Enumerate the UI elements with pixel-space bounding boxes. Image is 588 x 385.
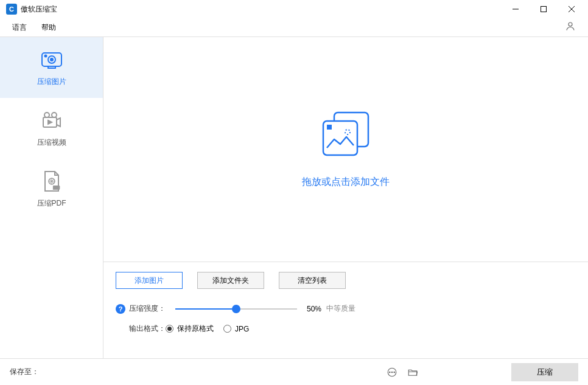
dropzone-hint: 拖放或点击添加文件: [302, 176, 390, 189]
save-to-label: 保存至：: [10, 367, 39, 377]
footer: 保存至： 压缩: [0, 358, 588, 385]
radio-keep-original[interactable]: 保持原格式: [166, 324, 214, 334]
output-label: 输出格式：: [129, 324, 166, 334]
strength-label: 压缩强度：: [129, 303, 166, 314]
svg-point-11: [52, 113, 57, 117]
svg-rect-9: [48, 66, 55, 68]
radio-label: JPG: [235, 325, 249, 333]
quality-label: 中等质量: [326, 303, 355, 314]
sidebar: 压缩图片 压缩视频 PDF 压缩PDF: [0, 37, 103, 358]
app-title: 傲软压缩宝: [21, 4, 502, 15]
menu-help[interactable]: 帮助: [34, 20, 63, 35]
more-icon[interactable]: [385, 365, 399, 380]
svg-text:PDF: PDF: [53, 186, 59, 190]
user-icon[interactable]: [565, 21, 576, 34]
help-icon[interactable]: ?: [116, 304, 125, 314]
svg-point-8: [44, 55, 46, 57]
sidebar-item-pdf[interactable]: PDF 压缩PDF: [0, 159, 103, 220]
sidebar-item-label: 压缩PDF: [37, 198, 66, 209]
sidebar-item-video[interactable]: 压缩视频: [0, 98, 103, 159]
svg-point-4: [569, 23, 572, 26]
camera-icon: [41, 49, 63, 71]
add-image-button[interactable]: 添加图片: [116, 272, 183, 289]
radio-icon: [166, 325, 173, 333]
strength-slider[interactable]: [175, 308, 297, 310]
sidebar-item-label: 压缩视频: [37, 137, 66, 148]
menu-language[interactable]: 语言: [5, 20, 34, 35]
radio-label: 保持原格式: [177, 324, 214, 334]
output-format-row: 输出格式： 保持原格式 JPG: [116, 324, 576, 334]
maximize-button[interactable]: [530, 0, 558, 18]
svg-rect-1: [541, 7, 547, 12]
image-stack-icon: [318, 110, 373, 161]
svg-point-21: [390, 372, 391, 373]
svg-point-10: [44, 113, 49, 117]
svg-point-23: [394, 372, 395, 373]
minimize-button[interactable]: [502, 0, 530, 18]
menubar: 语言 帮助: [0, 18, 588, 36]
sidebar-item-label: 压缩图片: [37, 77, 66, 87]
add-folder-button[interactable]: 添加文件夹: [197, 272, 264, 289]
close-button[interactable]: [558, 0, 586, 18]
svg-rect-19: [327, 125, 332, 130]
window-controls: [502, 0, 586, 18]
clear-list-button[interactable]: 清空列表: [279, 272, 346, 289]
titlebar: C 傲软压缩宝: [0, 0, 588, 18]
svg-point-7: [51, 58, 53, 61]
button-row: 添加图片 添加文件夹 清空列表: [116, 272, 576, 289]
compress-button[interactable]: 压缩: [511, 363, 578, 381]
pdf-icon: PDF: [41, 170, 63, 192]
app-icon: C: [6, 4, 17, 15]
radio-icon: [223, 325, 231, 333]
content: 拖放或点击添加文件 添加图片 添加文件夹 清空列表 ? 压缩强度： 50% 中等…: [103, 37, 588, 358]
compression-strength-row: ? 压缩强度： 50% 中等质量: [116, 303, 576, 314]
svg-point-22: [391, 372, 393, 373]
sidebar-item-image[interactable]: 压缩图片: [0, 37, 103, 98]
main: 压缩图片 压缩视频 PDF 压缩PDF: [0, 36, 588, 358]
folder-icon[interactable]: [405, 365, 420, 380]
strength-percent: 50%: [307, 305, 321, 313]
controls-panel: 添加图片 添加文件夹 清空列表 ? 压缩强度： 50% 中等质量 输出格式：: [103, 262, 588, 358]
radio-jpg[interactable]: JPG: [223, 325, 249, 333]
video-icon: [41, 109, 63, 131]
output-radio-group: 保持原格式 JPG: [166, 324, 249, 334]
dropzone[interactable]: 拖放或点击添加文件: [103, 37, 588, 262]
